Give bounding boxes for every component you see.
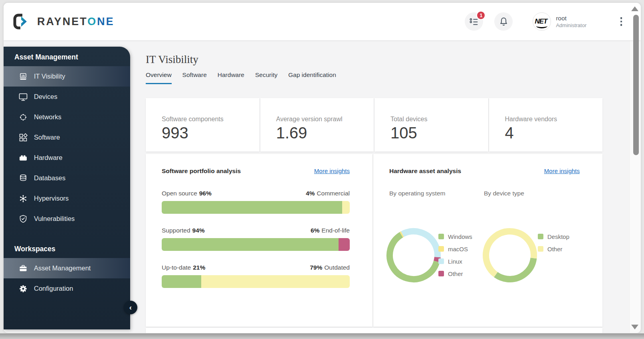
legend-swatch [438,258,444,264]
legend-swatch [538,234,543,239]
stats-row: Software components 993 Average version … [146,98,602,152]
more-insights-link[interactable]: More insights [314,168,350,174]
app-window: RAYNETONE 1 NE [3,2,641,333]
software-portfolio-panel: Software portfolio analysis More insight… [146,154,373,327]
legend-item: Desktop [538,232,569,241]
sidebar-collapse-button[interactable]: ‹ [124,301,137,314]
os-donut-chart [386,227,442,283]
more-insights-link[interactable]: More insights [544,168,580,174]
tasks-button[interactable]: 1 [465,12,483,31]
sidebar-item-networks[interactable]: Networks [4,107,130,127]
tab-gap-identification[interactable]: Gap identification [288,71,336,84]
bar-open-source-vs-commercial: Open source96% 4%Commercial [162,190,350,214]
avatar: NET [533,12,551,31]
stat-value: 1.69 [276,124,374,142]
sidebar: Asset Management IT Visibility Devices N… [4,47,130,329]
top-header: RAYNETONE 1 NE [4,3,641,40]
gear-icon [18,284,28,294]
legend-swatch [438,271,444,276]
by-operating-system-label: By operating system [389,190,445,197]
user-role: Administrator [556,22,587,29]
sidebar-item-label: Hypervisors [34,195,69,202]
legend-label: Linux [448,258,462,265]
legend-label: Windows [448,233,472,240]
tab-hardware[interactable]: Hardware [218,71,244,84]
scrollbar-thumb[interactable] [633,15,639,155]
stat-label: Average version sprawl [276,116,374,123]
bell-icon [498,16,509,27]
device-type-donut-legend: DesktopOther [538,232,569,257]
shield-check-icon [18,214,28,224]
bar-supported-vs-eol: Supported94% 6%End-of-life [162,227,350,251]
stat-total-devices: Total devices 105 [375,98,488,152]
kebab-menu-icon[interactable] [618,17,625,26]
stat-label: Hardware vendors [505,116,603,123]
sidebar-item-hardware[interactable]: Hardware [4,148,130,168]
sidebar-item-devices[interactable]: Devices [4,87,130,107]
tasks-badge: 1 [476,11,485,20]
tab-security[interactable]: Security [255,71,277,84]
sidebar-item-software[interactable]: Software [4,127,130,148]
sidebar-item-label: Software [34,134,60,141]
legend-swatch [538,246,543,252]
legend-label: Other [547,246,563,252]
sidebar-item-label: Asset Management [34,264,91,272]
stat-value: 105 [390,124,488,142]
sidebar-item-label: Devices [34,93,57,101]
user-name: root [556,14,587,22]
stat-label: Total devices [390,116,488,123]
sidebar-item-databases[interactable]: Databases [4,168,130,188]
sidebar-item-configuration[interactable]: Configuration [4,278,130,299]
notifications-button[interactable] [494,12,513,31]
window-bottom-edge [0,333,644,339]
sidebar-item-hypervisors[interactable]: Hypervisors [4,188,130,209]
sidebar-item-label: Hardware [34,154,63,162]
hardware-asset-panel: Hardware asset analysis More insights By… [373,154,602,327]
hardware-brick-icon [18,153,28,163]
hypervisor-hub-icon [18,194,28,203]
sidebar-item-label: IT Visibility [34,73,65,80]
sidebar-item-vulnerabilities[interactable]: Vulnerabilities [4,209,130,229]
sidebar-item-it-visibility[interactable]: IT Visibility [4,66,130,87]
laptop-chart-icon [18,72,28,81]
legend-item: Other [538,244,569,253]
scrollbar-down-arrow[interactable] [631,325,638,329]
legend-item: Linux [438,257,472,266]
bar-uptodate-vs-outdated: Up-to-date21% 79%Outdated [162,264,350,288]
by-device-type-label: By device type [484,190,524,197]
database-icon [18,173,28,183]
stat-value: 4 [505,124,603,142]
chevron-left-icon: ‹ [129,303,132,312]
sidebar-item-label: Databases [34,174,65,182]
legend-swatch [438,234,444,239]
sidebar-item-label: Vulnerabilities [34,215,75,223]
tab-overview[interactable]: Overview [146,71,172,84]
sidebar-section-workspaces: Workspaces [4,238,130,258]
sidebar-item-label: Configuration [34,285,73,292]
scrollbar-up-arrow[interactable] [631,6,638,11]
tab-software[interactable]: Software [182,71,207,84]
legend-label: Other [448,270,463,277]
legend-item: macOS [438,244,472,253]
sidebar-item-label: Networks [34,113,61,121]
legend-label: macOS [448,246,468,252]
device-type-donut-chart [482,227,538,283]
sidebar-section-asset-management: Asset Management [4,47,130,66]
panel-title: Software portfolio analysis [162,168,241,175]
briefcase-icon [18,264,28,273]
monitor-icon [18,92,28,102]
user-menu[interactable]: NET root Administrator [533,12,587,31]
stat-software-components: Software components 993 [146,98,260,152]
legend-item: Other [438,269,472,278]
legend-swatch [438,246,444,252]
sidebar-item-asset-management[interactable]: Asset Management [4,258,130,278]
main-content: IT Visibility Overview Software Hardware… [146,52,602,333]
os-donut-legend: WindowsmacOSLinuxOther [438,232,472,282]
logo-wordmark: RAYNETONE [37,16,115,28]
stat-value: 993 [162,124,260,142]
panel-title: Hardware asset analysis [389,168,461,175]
stat-average-version-sprawl: Average version sprawl 1.69 [260,98,374,152]
raynetone-logo[interactable]: RAYNETONE [13,14,115,30]
stat-label: Software components [162,116,260,123]
legend-item: Windows [438,232,472,241]
